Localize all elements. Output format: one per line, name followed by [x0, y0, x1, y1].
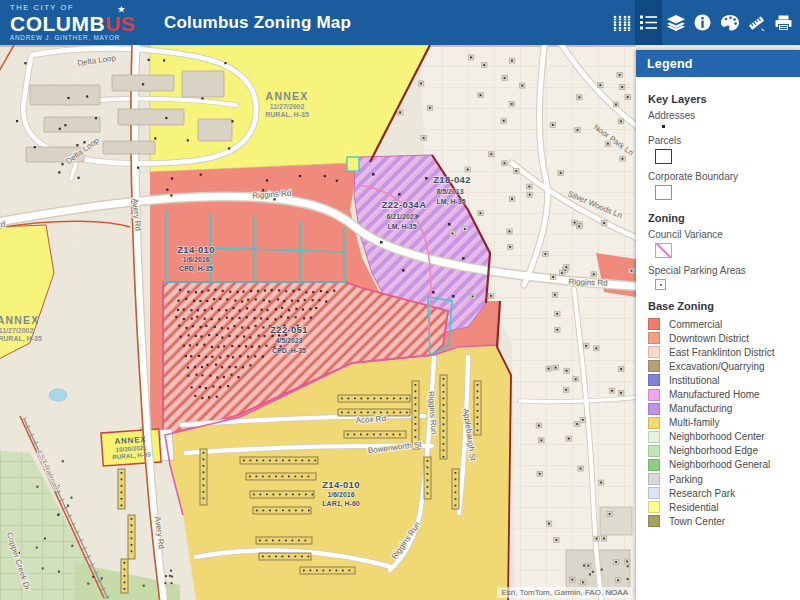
legend-item-residential: Residential [648, 500, 792, 514]
city-of-columbus-logo: THE CITY OF COLUMBUS★ ANDREW J. GINTHER,… [0, 4, 150, 41]
zoning-swatch [648, 374, 660, 386]
legend-item-institutional: Institutional [648, 373, 792, 387]
legend-panel: Legend Key Layers Addresses Parcels Corp… [636, 50, 800, 600]
svg-text:8/5/2013: 8/5/2013 [436, 188, 463, 195]
legend-icon[interactable] [635, 0, 662, 45]
legend-item-excavation-quarrying: Excavation/Quarrying [648, 359, 792, 373]
legend-item-parking: Parking [648, 472, 792, 486]
zoning-swatch [648, 332, 660, 344]
zoning-swatch [648, 501, 660, 513]
legend-item-neighborhood-general: Neighborhood General [648, 458, 792, 472]
council-variance-symbol [655, 243, 672, 258]
map-svg[interactable]: ANNEX 11/27/2002 RURAL, H-35 ANNEX 11/27… [0, 45, 636, 600]
svg-text:LAR1, H-60: LAR1, H-60 [322, 500, 359, 508]
svg-text:CPD, H-35: CPD, H-35 [272, 347, 306, 355]
zoning-swatch [648, 360, 660, 372]
zone-label-z22-051: Z22-051 4/5/2023 CPD, H-35 [270, 324, 308, 355]
layers-icon[interactable] [662, 0, 689, 45]
zone-label-z14-010-north: Z14-010 1/6/2016 CPD, H-35 [177, 244, 214, 273]
legend-item-east-franklinton: East Franklinton District [648, 345, 792, 359]
legend-section-base-zoning: Base Zoning [648, 300, 792, 312]
parcels-symbol [655, 149, 672, 164]
zoning-swatch [648, 403, 660, 415]
legend-section-zoning: Zoning [648, 212, 792, 224]
svg-text:6/21/2023: 6/21/2023 [386, 213, 417, 220]
zoning-swatch [648, 515, 660, 527]
zoning-swatch [648, 318, 660, 330]
svg-text:1/6/2016: 1/6/2016 [327, 491, 354, 498]
legend-item-downtown-district: Downtown District [648, 331, 792, 345]
legend-section-key-layers: Key Layers [648, 93, 792, 105]
page-title: Columbus Zoning Map [164, 13, 608, 33]
print-icon[interactable] [770, 0, 797, 45]
app-header: THE CITY OF COLUMBUS★ ANDREW J. GINTHER,… [0, 0, 800, 45]
measurement-icon[interactable] [743, 0, 770, 45]
svg-text:1/6/2016: 1/6/2016 [182, 256, 209, 263]
legend-item-manufacturing: Manufacturing [648, 402, 792, 416]
corporate-boundary-symbol [655, 185, 672, 200]
svg-text:Z22-051: Z22-051 [270, 324, 308, 335]
svg-text:11/27/2002: 11/27/2002 [270, 103, 305, 110]
legend-item-neighborhood-center: Neighborhood Center [648, 430, 792, 444]
zoning-swatch [648, 389, 660, 401]
zone-label-annex-top: ANNEX 11/27/2002 RURAL, H-35 [265, 90, 309, 119]
legend-item-council-variance: Council Variance [648, 229, 792, 258]
legend-item-corporate-boundary: Corporate Boundary [648, 171, 792, 200]
legend-item-multi-family: Multi-family [648, 416, 792, 430]
legend-item-parcels: Parcels [648, 135, 792, 164]
svg-text:11/27/2002: 11/27/2002 [0, 327, 33, 334]
svg-text:ANNEX: ANNEX [266, 90, 309, 102]
zoning-swatch [648, 473, 660, 485]
logo-mayor-line: ANDREW J. GINTHER, MAYOR [10, 35, 150, 41]
map-canvas[interactable]: ANNEX 11/27/2002 RURAL, H-35 ANNEX 11/27… [0, 45, 636, 600]
legend-item-special-parking: Special Parking Areas [648, 265, 792, 290]
zoning-swatch [648, 346, 660, 358]
svg-text:Z22-034A: Z22-034A [382, 199, 427, 210]
legend-panel-header: Legend [636, 50, 800, 77]
legend-item-town-center: Town Center [648, 514, 792, 528]
zoning-swatch [648, 459, 660, 471]
map-attribution: Esri, TomTom, Garmin, FAO, NOAA [497, 587, 632, 598]
info-icon[interactable] [689, 0, 716, 45]
svg-text:RURAL, H-35: RURAL, H-35 [265, 111, 309, 119]
logo-wordmark: COLUMBUS★ [10, 13, 135, 34]
addresses-symbol [662, 125, 665, 128]
header-toolbar [608, 0, 800, 45]
legend-item-neighborhood-edge: Neighborhood Edge [648, 444, 792, 458]
legend-item-manufactured-home: Manufactured Home [648, 387, 792, 401]
svg-text:Z14-010: Z14-010 [177, 244, 214, 255]
svg-text:CPD, H-35: CPD, H-35 [179, 265, 213, 273]
svg-text:ANNEX: ANNEX [0, 314, 39, 326]
draw-icon[interactable] [716, 0, 743, 45]
legend-body: Key Layers Addresses Parcels Corporate B… [636, 77, 800, 534]
logo-star-icon: ★ [118, 6, 126, 14]
svg-text:RURAL, H-35: RURAL, H-35 [0, 335, 42, 343]
road-label-riggins-rd-right: Riggins Rd [568, 277, 607, 287]
svg-text:Z18-042: Z18-042 [433, 174, 470, 185]
legend-item-research-park: Research Park [648, 486, 792, 500]
special-parking-symbol [655, 279, 666, 290]
logo-tagline-top: THE CITY OF [10, 4, 150, 12]
legend-item-commercial: Commercial [648, 317, 792, 331]
zone-label-z14-010-south: Z14-010 1/6/2016 LAR1, H-60 [322, 479, 360, 508]
zoning-swatch [648, 487, 660, 499]
people-group-icon[interactable] [608, 0, 635, 45]
svg-text:Z14-010: Z14-010 [322, 479, 359, 490]
zoning-swatch [648, 431, 660, 443]
svg-text:LM, H-35: LM, H-35 [436, 198, 465, 206]
zoning-swatch [648, 417, 660, 429]
legend-item-addresses: Addresses [648, 110, 792, 128]
columbus-zoning-map-app: THE CITY OF COLUMBUS★ ANDREW J. GINTHER,… [0, 0, 800, 600]
zoning-swatch [648, 445, 660, 457]
zone-label-annex-box: ANNEX 10/20/2021 RURAL, H-35 [111, 435, 152, 461]
svg-text:4/5/2023: 4/5/2023 [275, 337, 302, 344]
svg-text:LM, H-35: LM, H-35 [387, 223, 416, 231]
